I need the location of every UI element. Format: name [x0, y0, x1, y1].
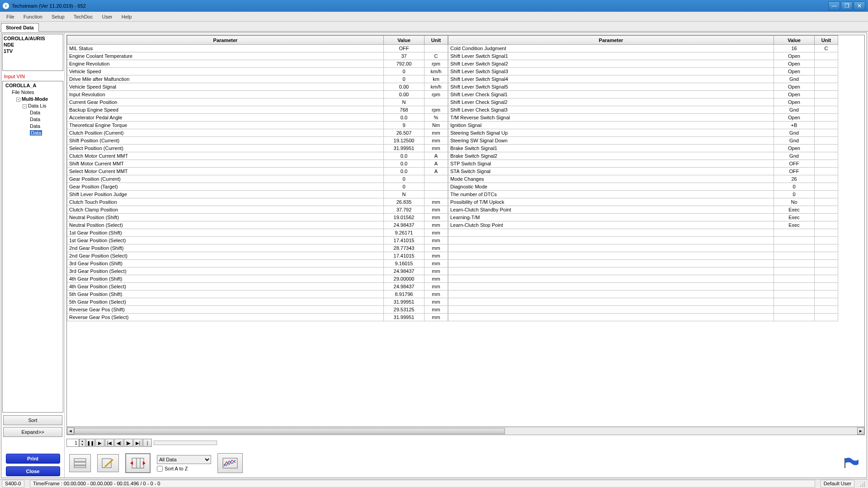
- table-row[interactable]: 3rd Gear Position (Shift)9.16015mm: [67, 260, 448, 267]
- table-row[interactable]: [448, 291, 838, 298]
- col-parameter[interactable]: Parameter: [448, 36, 774, 45]
- playback-slider[interactable]: [154, 441, 217, 445]
- table-row[interactable]: Learning-T/MExec: [448, 214, 838, 221]
- table-row[interactable]: Diagnostic Mode0: [448, 183, 838, 191]
- last-frame-button[interactable]: ▶|: [133, 439, 142, 447]
- table-row[interactable]: Shift Lever Switch Signal4Gnd: [448, 75, 838, 83]
- print-button[interactable]: Print: [6, 454, 60, 464]
- table-row[interactable]: T/M Reverse Switch SignalOpen: [448, 114, 838, 122]
- table-row[interactable]: [448, 252, 838, 260]
- expand-columns-icon[interactable]: [125, 453, 151, 473]
- spinner-up-icon[interactable]: ▲: [80, 439, 85, 443]
- table-row[interactable]: Steering Switch Signal UpGnd: [448, 129, 838, 137]
- table-row[interactable]: 5th Gear Position (Select)31.99951mm: [67, 298, 448, 306]
- table-row[interactable]: [448, 314, 838, 321]
- table-row[interactable]: 1st Gear Position (Select)17.41015mm: [67, 237, 448, 244]
- table-row[interactable]: Shift Lever Check Signal3Gnd: [448, 106, 838, 114]
- table-row[interactable]: Gear Position (Current)0: [67, 175, 448, 183]
- table-row[interactable]: Brake Switch Signal1Open: [448, 145, 838, 152]
- table-row[interactable]: Clutch Position (Current)26.507mm: [67, 129, 448, 137]
- table-row[interactable]: MIL StatusOFF: [67, 45, 448, 52]
- table-row[interactable]: Clutch Touch Position26.835mm: [67, 198, 448, 206]
- table-row[interactable]: [448, 244, 838, 252]
- scroll-left-icon[interactable]: ◂: [67, 427, 74, 435]
- table-row[interactable]: The number of DTCs0: [448, 191, 838, 198]
- tree-data-item-selected[interactable]: Data: [4, 130, 62, 136]
- menu-file[interactable]: File: [2, 13, 19, 20]
- table-row[interactable]: [448, 229, 838, 237]
- data-filter-select[interactable]: All Data: [157, 455, 211, 464]
- tree-data-item[interactable]: Data: [4, 116, 62, 123]
- edit-icon[interactable]: [97, 454, 119, 472]
- table-row[interactable]: Clutch Motor Current MMT0.0A: [67, 152, 448, 160]
- tree-view[interactable]: COROLLA_A File Notes -Multi-Mode -Data L…: [2, 81, 63, 413]
- table-row[interactable]: Brake Switch Signal2Gnd: [448, 152, 838, 160]
- table-row[interactable]: 5th Gear Position (Shift)8.91796mm: [67, 291, 448, 298]
- maximize-button[interactable]: ❐: [841, 1, 853, 10]
- table-row[interactable]: [448, 267, 838, 275]
- scroll-thumb[interactable]: [74, 428, 505, 434]
- spinner-down-icon[interactable]: ▼: [80, 443, 85, 446]
- table-row[interactable]: Steering SW Signal DownGnd: [448, 137, 838, 145]
- table-row[interactable]: [448, 275, 838, 283]
- table-row[interactable]: Select Position (Current)31.99951mm: [67, 145, 448, 152]
- table-row[interactable]: Shift Lever Switch Signal5Open: [448, 83, 838, 91]
- table-row[interactable]: Shift Lever Position JudgeN: [67, 191, 448, 198]
- graph-view-icon[interactable]: [217, 453, 243, 473]
- table-row[interactable]: Engine Coolant Temperature37C: [67, 52, 448, 60]
- menu-setup[interactable]: Setup: [47, 13, 69, 20]
- tree-collapse-icon[interactable]: -: [23, 104, 27, 108]
- first-frame-button[interactable]: |◀: [105, 439, 114, 447]
- tree-data-item[interactable]: Data: [4, 123, 62, 130]
- table-row[interactable]: 2nd Gear Position (Select)17.41015mm: [67, 252, 448, 260]
- table-row[interactable]: STA Switch SignalOFF: [448, 168, 838, 175]
- tree-root[interactable]: COROLLA_A: [4, 82, 62, 89]
- col-parameter[interactable]: Parameter: [67, 36, 384, 45]
- col-unit[interactable]: Unit: [815, 36, 838, 45]
- data-grid[interactable]: Parameter Value Unit MIL StatusOFFEngine…: [66, 35, 865, 427]
- end-button[interactable]: |: [143, 439, 152, 447]
- table-row[interactable]: Backup Engine Speed768rpm: [67, 106, 448, 114]
- input-vin-link[interactable]: Input VIN: [1, 72, 64, 80]
- table-row[interactable]: [448, 237, 838, 244]
- table-row[interactable]: STP Switch SignalOFF: [448, 160, 838, 168]
- table-row[interactable]: 3rd Gear Position (Select)24.98437mm: [67, 267, 448, 275]
- menu-user[interactable]: User: [97, 13, 117, 20]
- scroll-track[interactable]: [74, 428, 857, 434]
- list-view-icon[interactable]: [69, 454, 91, 472]
- minimize-button[interactable]: —: [828, 1, 840, 10]
- table-row[interactable]: Vehicle Speed Signal0.00km/h: [67, 83, 448, 91]
- table-row[interactable]: Input Revolution0.00rpm: [67, 91, 448, 99]
- table-row[interactable]: Select Motor Current MMT0.0A: [67, 168, 448, 175]
- tab-stored-data[interactable]: Stored Data: [1, 23, 39, 32]
- col-value[interactable]: Value: [774, 36, 815, 45]
- table-row[interactable]: Accelerator Pedal Angle0.0%: [67, 114, 448, 122]
- table-row[interactable]: Vehicle Speed0km/h: [67, 68, 448, 75]
- col-value[interactable]: Value: [384, 36, 425, 45]
- col-unit[interactable]: Unit: [425, 36, 448, 45]
- menu-function[interactable]: Function: [19, 13, 47, 20]
- table-row[interactable]: Learn-Clutch Standby PointExec: [448, 206, 838, 214]
- table-row[interactable]: Neutral Position (Select)24.98437mm: [67, 221, 448, 229]
- table-row[interactable]: Possibility of T/M UplockNo: [448, 198, 838, 206]
- tree-data-list[interactable]: -Data Lis: [4, 103, 62, 109]
- table-row[interactable]: 4th Gear Position (Select)24.98437mm: [67, 283, 448, 291]
- menu-help[interactable]: Help: [117, 13, 137, 20]
- sort-az-checkbox[interactable]: Sort A to Z: [157, 466, 211, 472]
- table-row[interactable]: Reverse Gear Pos (Shift)29.53125mm: [67, 306, 448, 314]
- table-row[interactable]: Gear Position (Target)0: [67, 183, 448, 191]
- table-row[interactable]: Current Gear PositionN: [67, 99, 448, 106]
- expand-button[interactable]: Expand>>: [3, 427, 62, 437]
- pause-button[interactable]: ❚❚: [86, 439, 95, 447]
- close-window-button[interactable]: ✕: [854, 1, 865, 10]
- table-row[interactable]: [448, 298, 838, 306]
- next-frame-button[interactable]: |▶: [124, 439, 133, 447]
- horizontal-scrollbar[interactable]: ◂ ▸: [66, 427, 865, 435]
- table-row[interactable]: 2nd Gear Position (Shift)28.77343mm: [67, 244, 448, 252]
- table-row[interactable]: Shift Lever Switch Signal3Open: [448, 68, 838, 75]
- table-row[interactable]: Shift Position (Current)19.12500mm: [67, 137, 448, 145]
- table-row[interactable]: Neutral Position (Shift)19.01562mm: [67, 214, 448, 221]
- table-row[interactable]: Shift Lever Check Signal1Open: [448, 91, 838, 99]
- tree-multi-mode[interactable]: -Multi-Mode: [4, 96, 62, 103]
- table-row[interactable]: Theoretical Engine Torque9Nm: [67, 122, 448, 129]
